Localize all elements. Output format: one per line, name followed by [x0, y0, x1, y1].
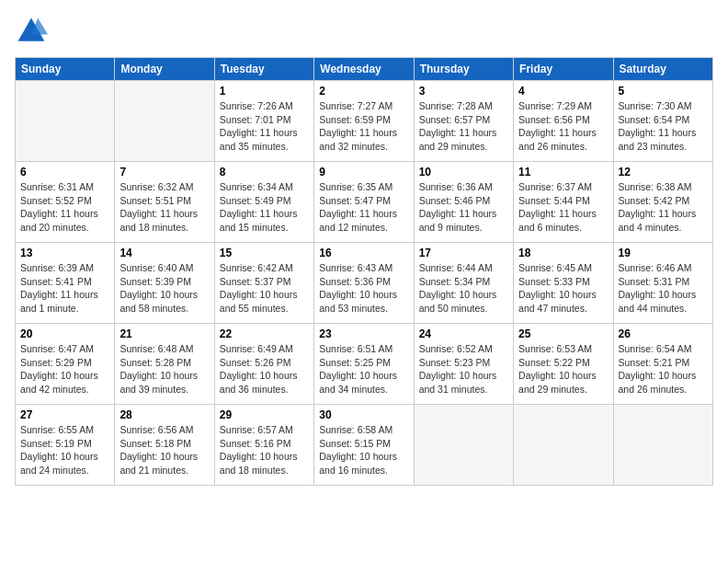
calendar-cell: 6Sunrise: 6:31 AMSunset: 5:52 PMDaylight…: [16, 162, 115, 243]
calendar-col-monday: Monday: [115, 58, 214, 81]
calendar-week-2: 6Sunrise: 6:31 AMSunset: 5:52 PMDaylight…: [16, 162, 713, 243]
calendar-cell: [16, 81, 115, 162]
calendar-cell: 30Sunrise: 6:58 AMSunset: 5:15 PMDayligh…: [314, 405, 414, 486]
day-number: 27: [20, 408, 109, 421]
day-info: Sunrise: 6:55 AMSunset: 5:19 PMDaylight:…: [20, 423, 109, 477]
calendar-col-sunday: Sunday: [16, 58, 115, 81]
day-info: Sunrise: 6:46 AMSunset: 5:31 PMDaylight:…: [619, 261, 708, 316]
calendar-body: 1Sunrise: 7:26 AMSunset: 7:01 PMDaylight…: [16, 81, 713, 486]
calendar-table: SundayMondayTuesdayWednesdayThursdayFrid…: [15, 57, 713, 486]
day-number: 19: [619, 247, 708, 259]
day-info: Sunrise: 6:40 AMSunset: 5:39 PMDaylight:…: [119, 261, 209, 316]
day-number: 8: [220, 166, 309, 178]
calendar-cell: 20Sunrise: 6:47 AMSunset: 5:29 PMDayligh…: [16, 324, 115, 405]
day-number: 2: [319, 85, 408, 98]
day-number: 5: [619, 85, 708, 98]
day-number: 1: [220, 85, 309, 98]
day-info: Sunrise: 6:44 AMSunset: 5:34 PMDaylight:…: [419, 261, 508, 316]
day-info: Sunrise: 6:51 AMSunset: 5:25 PMDaylight:…: [319, 342, 408, 396]
day-number: 14: [119, 247, 209, 259]
day-info: Sunrise: 6:36 AMSunset: 5:46 PMDaylight:…: [419, 180, 508, 235]
day-number: 20: [20, 327, 109, 340]
logo: [15, 15, 51, 48]
day-info: Sunrise: 6:48 AMSunset: 5:28 PMDaylight:…: [119, 342, 209, 396]
calendar-col-tuesday: Tuesday: [214, 58, 313, 81]
day-info: Sunrise: 6:38 AMSunset: 5:42 PMDaylight:…: [619, 180, 708, 235]
day-number: 9: [319, 166, 408, 178]
day-info: Sunrise: 6:37 AMSunset: 5:44 PMDaylight:…: [518, 180, 608, 235]
day-info: Sunrise: 6:45 AMSunset: 5:33 PMDaylight:…: [518, 261, 608, 316]
calendar-cell: 13Sunrise: 6:39 AMSunset: 5:41 PMDayligh…: [16, 243, 115, 324]
calendar-week-5: 27Sunrise: 6:55 AMSunset: 5:19 PMDayligh…: [16, 405, 713, 486]
calendar-cell: 9Sunrise: 6:35 AMSunset: 5:47 PMDaylight…: [314, 162, 414, 243]
day-info: Sunrise: 7:28 AMSunset: 6:57 PMDaylight:…: [419, 99, 508, 154]
day-info: Sunrise: 6:31 AMSunset: 5:52 PMDaylight:…: [20, 180, 109, 235]
calendar-cell: [115, 81, 214, 162]
day-number: 22: [220, 327, 309, 340]
calendar-cell: 14Sunrise: 6:40 AMSunset: 5:39 PMDayligh…: [115, 243, 214, 324]
day-number: 16: [319, 247, 408, 259]
day-info: Sunrise: 7:27 AMSunset: 6:59 PMDaylight:…: [319, 99, 408, 154]
day-number: 12: [619, 166, 708, 178]
day-number: 4: [518, 85, 608, 98]
calendar-cell: 8Sunrise: 6:34 AMSunset: 5:49 PMDaylight…: [214, 162, 313, 243]
day-number: 21: [119, 327, 209, 340]
day-info: Sunrise: 6:53 AMSunset: 5:22 PMDaylight:…: [518, 342, 608, 396]
calendar-cell: 23Sunrise: 6:51 AMSunset: 5:25 PMDayligh…: [314, 324, 414, 405]
day-number: 28: [119, 408, 209, 421]
day-number: 18: [518, 247, 608, 259]
day-info: Sunrise: 6:56 AMSunset: 5:18 PMDaylight:…: [119, 423, 209, 477]
day-number: 29: [220, 408, 309, 421]
calendar-week-1: 1Sunrise: 7:26 AMSunset: 7:01 PMDaylight…: [16, 81, 713, 162]
calendar-cell: 29Sunrise: 6:57 AMSunset: 5:16 PMDayligh…: [214, 405, 313, 486]
day-info: Sunrise: 6:54 AMSunset: 5:21 PMDaylight:…: [619, 342, 708, 396]
day-number: 25: [518, 327, 608, 340]
calendar-cell: [414, 405, 513, 486]
calendar-cell: 25Sunrise: 6:53 AMSunset: 5:22 PMDayligh…: [514, 324, 613, 405]
day-number: 10: [419, 166, 508, 178]
calendar-cell: 7Sunrise: 6:32 AMSunset: 5:51 PMDaylight…: [115, 162, 214, 243]
calendar-cell: [514, 405, 613, 486]
calendar-cell: 16Sunrise: 6:43 AMSunset: 5:36 PMDayligh…: [314, 243, 414, 324]
day-number: 23: [319, 327, 408, 340]
calendar-cell: 24Sunrise: 6:52 AMSunset: 5:23 PMDayligh…: [414, 324, 513, 405]
calendar-col-thursday: Thursday: [414, 58, 513, 81]
day-info: Sunrise: 6:34 AMSunset: 5:49 PMDaylight:…: [220, 180, 309, 235]
calendar-cell: 1Sunrise: 7:26 AMSunset: 7:01 PMDaylight…: [214, 81, 313, 162]
day-info: Sunrise: 6:58 AMSunset: 5:15 PMDaylight:…: [319, 423, 408, 477]
calendar-cell: 21Sunrise: 6:48 AMSunset: 5:28 PMDayligh…: [115, 324, 214, 405]
day-number: 24: [419, 327, 508, 340]
calendar-cell: 18Sunrise: 6:45 AMSunset: 5:33 PMDayligh…: [514, 243, 613, 324]
calendar-cell: 5Sunrise: 7:30 AMSunset: 6:54 PMDaylight…: [613, 81, 712, 162]
calendar-col-wednesday: Wednesday: [314, 58, 414, 81]
calendar-cell: 27Sunrise: 6:55 AMSunset: 5:19 PMDayligh…: [16, 405, 115, 486]
day-number: 3: [419, 85, 508, 98]
calendar-col-saturday: Saturday: [613, 58, 712, 81]
calendar-cell: 15Sunrise: 6:42 AMSunset: 5:37 PMDayligh…: [214, 243, 313, 324]
calendar-header-row: SundayMondayTuesdayWednesdayThursdayFrid…: [16, 58, 713, 81]
calendar-week-4: 20Sunrise: 6:47 AMSunset: 5:29 PMDayligh…: [16, 324, 713, 405]
calendar-cell: 11Sunrise: 6:37 AMSunset: 5:44 PMDayligh…: [514, 162, 613, 243]
logo-icon: [15, 15, 48, 48]
day-info: Sunrise: 6:35 AMSunset: 5:47 PMDaylight:…: [319, 180, 408, 235]
calendar-cell: 28Sunrise: 6:56 AMSunset: 5:18 PMDayligh…: [115, 405, 214, 486]
day-info: Sunrise: 6:32 AMSunset: 5:51 PMDaylight:…: [119, 180, 209, 235]
calendar-cell: 10Sunrise: 6:36 AMSunset: 5:46 PMDayligh…: [414, 162, 513, 243]
calendar-week-3: 13Sunrise: 6:39 AMSunset: 5:41 PMDayligh…: [16, 243, 713, 324]
calendar-cell: [613, 405, 712, 486]
calendar-cell: 19Sunrise: 6:46 AMSunset: 5:31 PMDayligh…: [613, 243, 712, 324]
day-number: 6: [20, 166, 109, 178]
day-info: Sunrise: 6:47 AMSunset: 5:29 PMDaylight:…: [20, 342, 109, 396]
day-number: 26: [619, 327, 708, 340]
day-number: 15: [220, 247, 309, 259]
day-number: 13: [20, 247, 109, 259]
day-info: Sunrise: 6:43 AMSunset: 5:36 PMDaylight:…: [319, 261, 408, 316]
calendar-cell: 2Sunrise: 7:27 AMSunset: 6:59 PMDaylight…: [314, 81, 414, 162]
calendar-cell: 17Sunrise: 6:44 AMSunset: 5:34 PMDayligh…: [414, 243, 513, 324]
day-info: Sunrise: 6:42 AMSunset: 5:37 PMDaylight:…: [220, 261, 309, 316]
day-number: 30: [319, 408, 408, 421]
day-info: Sunrise: 6:49 AMSunset: 5:26 PMDaylight:…: [220, 342, 309, 396]
calendar-col-friday: Friday: [514, 58, 613, 81]
calendar-cell: 4Sunrise: 7:29 AMSunset: 6:56 PMDaylight…: [514, 81, 613, 162]
calendar-cell: 12Sunrise: 6:38 AMSunset: 5:42 PMDayligh…: [613, 162, 712, 243]
